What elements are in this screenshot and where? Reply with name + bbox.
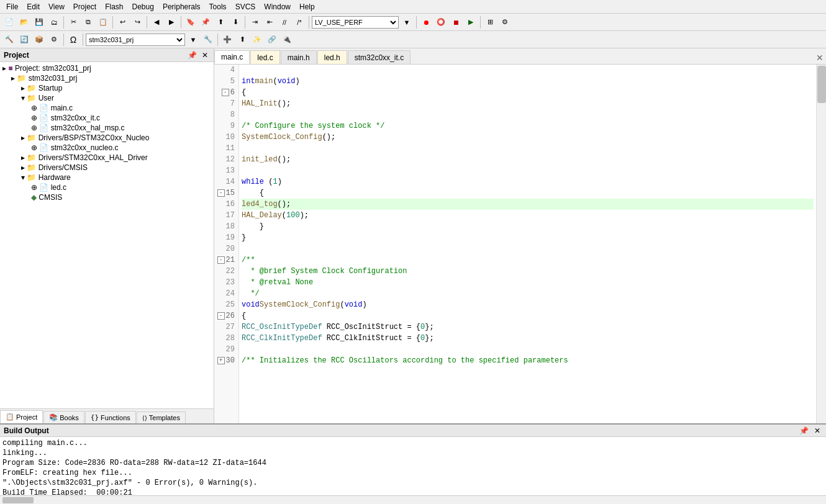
build-output-panel: Build Output 📌 ✕ compiling main.c... lin… [0,423,826,504]
build-line-3: Program Size: Code=2836 RO-data=288 RW-d… [2,458,824,468]
dbg-run-btn[interactable]: ▶ [464,16,478,29]
sep-t1 [63,34,64,46]
tree-hardware-folder[interactable]: ▾ 📁 Hardware [1,173,212,182]
sym-btn[interactable]: Ω [66,33,80,47]
close-all-tabs-btn[interactable]: ✕ [814,52,826,64]
tree-cmsis-leaf[interactable]: ◆ CMSIS [1,192,212,202]
fold-6[interactable]: - [222,89,229,96]
dbg-stop-btn[interactable]: ⭕ [434,16,448,29]
menu-flash[interactable]: Flash [101,1,127,12]
redo-btn[interactable]: ↪ [130,16,144,29]
magic-wand-btn[interactable]: ✨ [250,33,264,47]
build-output-pin-btn[interactable]: 📌 [797,426,810,436]
bookmark4-btn[interactable]: ⬇ [229,16,242,29]
batch-btn[interactable]: 📦 [32,33,46,47]
code-line-12: init_led(); [242,154,814,165]
tab-books[interactable]: 📚 Books [43,411,84,423]
code-editor: 4 5 -6 7 8 9 10 11 12 13 14 -15 16 17 18… [214,65,826,423]
menu-view[interactable]: View [45,1,68,12]
tree-user-folder[interactable]: ▾ 📁 User [1,93,212,103]
fold-15[interactable]: - [217,189,225,197]
connect-btn[interactable]: 🔗 [265,33,279,47]
tree-hal-msp-c[interactable]: ⊕ 📄 stm32c0xx_hal_msp.c [1,123,212,133]
fold-26[interactable]: - [217,312,225,320]
menu-svcs[interactable]: SVCS [232,1,260,12]
main-c-tab-label: main.c [221,53,243,61]
bookmark3-btn[interactable]: ⬆ [214,16,227,29]
save-all-btn[interactable]: 🗂 [47,16,61,29]
dbg-start-btn[interactable]: ⏺ [419,16,433,29]
tab-main-h[interactable]: main.h [281,50,317,64]
tree-main-c[interactable]: ⊕ 📄 main.c [1,103,212,113]
open-file-btn[interactable]: 📂 [17,16,31,29]
code-line-18: } [242,221,814,232]
tab-led-c[interactable]: led.c [250,50,279,64]
tree-stm32-folder[interactable]: ▸ 📁 stm32c031_prj [1,73,212,83]
fold-30[interactable]: + [217,357,225,364]
editor-vertical-scrollbar[interactable] [816,65,826,423]
menu-project[interactable]: Project [70,1,100,12]
new-file-btn[interactable]: 📄 [2,16,16,29]
project-combo-expand[interactable]: ▼ [186,33,200,47]
project-close-btn[interactable]: ✕ [200,50,210,60]
indent-btn[interactable]: ⇥ [248,16,261,29]
target-options-btn[interactable]: ⚙ [47,33,61,47]
tree-stm32-it-c[interactable]: ⊕ 📄 stm32c0xx_it.c [1,113,212,123]
hal-msp-icon: 📄 [39,124,48,132]
build-line-4: FromELF: creating hex file... [2,468,824,478]
nav-back-btn[interactable]: ◀ [150,16,163,29]
nav-fwd-btn[interactable]: ▶ [165,16,178,29]
tree-startup-folder[interactable]: ▸ 📁 Startup [1,83,212,93]
tab-functions[interactable]: {} Functions [85,411,136,423]
tab-stm32-it-c[interactable]: stm32c0xx_it.c [348,50,411,64]
view-btn[interactable]: ⊞ [483,16,497,29]
code-line-30: /** Initializes the RCC Oscillators acco… [242,355,814,366]
load-btn[interactable]: ⬆ [235,33,249,47]
menu-file[interactable]: File [2,1,22,12]
undo-btn[interactable]: ↩ [116,16,129,29]
usb-btn[interactable]: 🔌 [280,33,294,47]
tree-led-c[interactable]: ⊕ 📄 led.c [1,182,212,192]
expand-icon: ▸ [11,74,15,83]
main-c-icon: 📄 [39,104,48,112]
save-file-btn[interactable]: 💾 [32,16,46,29]
tab-templates[interactable]: ⟨⟩ Templates [137,412,186,423]
project-pin-btn[interactable]: 📌 [186,50,199,60]
tab-led-h[interactable]: led.h [317,50,347,64]
cut-btn[interactable]: ✂ [66,16,80,29]
build-btn[interactable]: 🔨 [2,33,16,47]
menu-debug[interactable]: Debug [129,1,158,12]
menu-tools[interactable]: Tools [206,1,230,12]
fold-21[interactable]: - [217,256,225,264]
perf-combo[interactable]: LV_USE_PERF [312,16,399,29]
bookmark2-btn[interactable]: 📌 [199,16,212,29]
add-file-btn[interactable]: ➕ [220,33,234,47]
code-text[interactable]: int main(void) { HAL_Init(); /* Configur… [239,65,816,423]
dbg-reset-btn[interactable]: ⏹ [449,16,463,29]
tree-bsp-folder[interactable]: ▸ 📁 Drivers/BSP/STM32C0xx_Nucleo [1,133,212,143]
menu-peripherals[interactable]: Peripherals [159,1,204,12]
tab-project[interactable]: 📋 Project [0,410,43,423]
tree-hal-folder[interactable]: ▸ 📁 Drivers/STM32C0xx_HAL_Driver [1,153,212,163]
ln-9: 9 [214,120,238,132]
uncomment-btn[interactable]: /* [293,16,306,29]
paste-btn[interactable]: 📋 [96,16,110,29]
menu-help[interactable]: Help [296,1,319,12]
tab-main-c[interactable]: main.c [214,50,250,64]
tree-nucleo-c[interactable]: ⊕ 📄 stm32c0xx_nucleo.c [1,143,212,153]
manage-btn[interactable]: 🔧 [201,33,215,47]
build-output-close-btn[interactable]: ✕ [812,426,822,436]
menu-window[interactable]: Window [260,1,294,12]
combo-expand-btn[interactable]: ▼ [400,16,414,29]
settings-btn[interactable]: ⚙ [498,16,512,29]
unindent-btn[interactable]: ⇤ [263,16,276,29]
tree-cmsis-folder[interactable]: ▸ 📁 Drivers/CMSIS [1,163,212,173]
bookmark-btn[interactable]: 🔖 [184,16,197,29]
project-combo[interactable]: stm32c031_prj [86,34,185,46]
menu-edit[interactable]: Edit [23,1,43,12]
rebuild-btn[interactable]: 🔄 [17,33,31,47]
tree-project-root[interactable]: ▸ ■ Project: stm32c031_prj [1,63,212,73]
comment-btn[interactable]: // [278,16,291,29]
bottom-scrollbar[interactable] [0,495,826,504]
copy-btn[interactable]: ⧉ [81,16,95,29]
